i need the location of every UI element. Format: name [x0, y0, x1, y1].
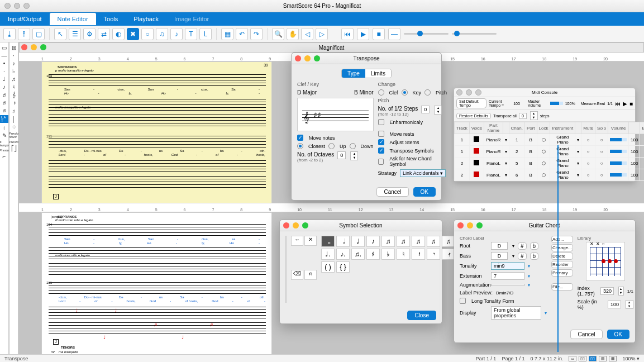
tool-move-icon[interactable]: ↔: [291, 236, 303, 246]
volume-slider[interactable]: [452, 33, 497, 35]
zoom-control[interactable]: 100% ▾: [622, 356, 640, 361]
symbol-cell[interactable]: ♬: [397, 236, 410, 247]
symbol-cell[interactable]: 𝅗𝅥: [336, 236, 350, 247]
tool-swap-icon[interactable]: ⇄: [98, 28, 110, 40]
strategy-select[interactable]: Link Accidentals ▾: [400, 169, 446, 177]
restore-defaults-button[interactable]: Restore Defaults: [456, 113, 491, 119]
tool-save-icon[interactable]: ⭱: [18, 28, 30, 40]
view-mode-2-icon[interactable]: ▯▯: [579, 356, 586, 361]
palette-icon[interactable]: ♬: [2, 99, 7, 106]
symbol-cell[interactable]: ♯: [366, 249, 380, 260]
tab-tools[interactable]: Tools: [96, 13, 126, 25]
tool-remove-icon[interactable]: ✖: [127, 28, 139, 40]
master-volume-slider[interactable]: [550, 102, 563, 105]
steps-stepper[interactable]: ▴▾: [434, 106, 442, 115]
tool-rest-icon[interactable]: ♪: [170, 28, 183, 40]
tab-playback[interactable]: Playback: [126, 13, 166, 25]
palette-icon[interactable]: Presto ritard: [9, 132, 18, 139]
tool-grid-icon[interactable]: ▦: [221, 28, 233, 40]
palette-icon[interactable]: ⌐: [3, 154, 6, 160]
move-rests-check[interactable]: [378, 131, 384, 137]
root-select[interactable]: D: [491, 242, 508, 250]
octaves-value[interactable]: 0: [337, 151, 346, 159]
close-window-icon[interactable]: [4, 3, 11, 9]
reorder-button[interactable]: Reorder: [551, 261, 573, 268]
min-icon[interactable]: [293, 222, 299, 228]
tool-page-icon[interactable]: ▢: [32, 28, 45, 40]
tool-redo-icon[interactable]: ↷: [250, 28, 263, 40]
table-row[interactable]: 1PianoR▾2B⬡Grand Piano▾○○100—00: [455, 146, 645, 158]
tool-list-icon[interactable]: ☰: [69, 28, 81, 40]
palette-icon[interactable]: ✎: [2, 132, 7, 139]
transpose-mode-segment[interactable]: TypeLimits: [341, 69, 392, 78]
min-icon[interactable]: [467, 222, 473, 228]
tool-hand-icon[interactable]: ✋: [287, 28, 299, 40]
transpose-all-value[interactable]: 0: [519, 113, 527, 119]
symbol-cell[interactable]: ♪.: [336, 249, 350, 260]
tab-input-output[interactable]: Input/Output: [0, 13, 50, 25]
change-button[interactable]: Change...: [551, 244, 573, 251]
symbol-cell[interactable]: ♩.: [321, 249, 335, 260]
change-pitch-radio[interactable]: [424, 89, 431, 96]
close-icon[interactable]: [295, 55, 301, 61]
tool-notehead-icon[interactable]: ○: [141, 28, 154, 40]
palette-icon[interactable]: ♪: [12, 60, 15, 66]
minimize-window-icon[interactable]: [14, 3, 20, 9]
symbol-cell[interactable]: { }: [336, 261, 350, 273]
midi-stop-icon[interactable]: ■: [629, 101, 633, 107]
file-button[interactable]: File...: [551, 283, 573, 290]
sharp-button[interactable]: #: [518, 242, 527, 250]
scale-stepper[interactable]: ▴▾: [626, 300, 633, 309]
symbol-cell[interactable]: 𝄽: [412, 249, 425, 260]
tool-next-icon[interactable]: ▷: [316, 28, 328, 40]
palette-icon[interactable]: Presto: [0, 149, 9, 152]
tool-beam-icon[interactable]: ♫: [156, 28, 168, 40]
score-original[interactable]: 39 SOPRANOS p molto tranquillo e legato …: [41, 61, 272, 203]
palette-icon[interactable]: ⊞: [12, 45, 16, 51]
tonality-select[interactable]: min9: [491, 262, 524, 270]
palette-icon[interactable]: ♬: [2, 107, 7, 113]
view-mode-3-icon[interactable]: ▯▯: [589, 356, 597, 361]
max-icon[interactable]: [314, 55, 320, 61]
table-row[interactable]: 2PianoL▾5B⬡Grand Piano▾○○100—00: [455, 158, 645, 169]
index-value[interactable]: 320: [600, 287, 614, 295]
palette-icon[interactable]: ⁘: [12, 124, 16, 130]
dir-up-radio[interactable]: [328, 143, 335, 149]
close-button[interactable]: Close: [407, 311, 436, 320]
symbol-cell[interactable]: ♭: [381, 249, 395, 260]
tool-properties-icon[interactable]: ⚙: [83, 28, 96, 40]
min-icon[interactable]: [466, 89, 472, 96]
scale-value[interactable]: 100: [608, 301, 621, 308]
palette-icon[interactable]: •: [3, 60, 6, 66]
tool-pointer-icon[interactable]: ↖: [54, 28, 66, 40]
tool-erase-icon[interactable]: ⌫: [291, 270, 303, 280]
palette-icon[interactable]: ♭: [12, 68, 15, 74]
tool-lyric-icon[interactable]: L: [199, 28, 212, 40]
long-tonality-check[interactable]: [460, 298, 466, 304]
ok-button[interactable]: OK: [607, 330, 629, 339]
transpose-stepper[interactable]: ▴▾: [530, 111, 538, 120]
augmentation-select[interactable]: [491, 284, 524, 286]
cancel-button[interactable]: Cancel: [376, 187, 408, 197]
midi-play-icon[interactable]: ▶: [623, 101, 627, 107]
delete-button[interactable]: Delete: [551, 253, 573, 260]
close-icon[interactable]: [457, 222, 464, 228]
palette-icon[interactable]: ·: [3, 68, 5, 74]
dir-closest-radio[interactable]: [297, 143, 303, 149]
close-icon[interactable]: [283, 222, 289, 228]
min-icon[interactable]: [304, 55, 311, 61]
palette-icon[interactable]: a tempo: [0, 140, 9, 147]
symbol-category-list[interactable]: Accidentals Articulations Barlines & Rep…: [285, 236, 287, 303]
palette-icon[interactable]: 𝄞: [12, 92, 16, 98]
midi-rewind-icon[interactable]: ⏮: [615, 101, 621, 107]
change-key-radio[interactable]: [402, 89, 408, 96]
palette-icon[interactable]: ·: [13, 53, 15, 59]
palette-icon[interactable]: ♪: [3, 84, 6, 90]
index-stepper[interactable]: ▴▾: [618, 287, 624, 296]
view-mode-1-icon[interactable]: ▭: [569, 356, 576, 361]
palette-icon[interactable]: ♬: [2, 92, 7, 98]
palette-icon[interactable]: L A T: [0, 115, 8, 123]
pause-button[interactable]: —: [388, 28, 400, 40]
enharmonic-check[interactable]: [378, 119, 384, 125]
palette-icon[interactable]: Presto: [9, 140, 18, 144]
